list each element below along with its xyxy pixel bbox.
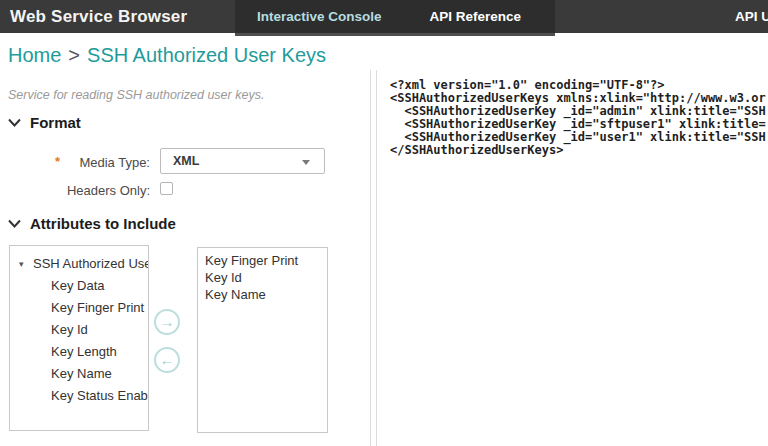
pane-splitter[interactable]: [370, 70, 377, 446]
top-header-bar: Web Service Browser Interactive Console …: [0, 0, 768, 33]
tree-item[interactable]: Key Data: [10, 275, 148, 297]
list-item[interactable]: Key Finger Print: [205, 252, 327, 269]
chevron-down-icon: [8, 118, 21, 127]
xml-response-output: <?xml version="1.0" encoding="UTF-8"?> <…: [378, 70, 768, 157]
header-right-link-clip: API Use: [735, 0, 768, 33]
breadcrumb-home-link[interactable]: Home: [8, 44, 61, 66]
move-right-button[interactable]: →: [154, 309, 180, 335]
attributes-section-title: Attributes to Include: [30, 215, 176, 232]
tree-item[interactable]: Key Status Enab: [10, 385, 148, 407]
list-item[interactable]: Key Name: [205, 286, 327, 303]
web-service-browser-window: Web Service Browser Interactive Console …: [0, 0, 768, 446]
tab-api-reference[interactable]: API Reference: [406, 0, 546, 33]
response-pane: <?xml version="1.0" encoding="UTF-8"?> <…: [378, 70, 768, 446]
breadcrumb: Home>SSH Authorized User Keys: [8, 44, 326, 67]
tab-interactive-console[interactable]: Interactive Console: [235, 0, 406, 33]
media-type-select[interactable]: XML: [160, 148, 325, 174]
tree-item[interactable]: Key Id: [10, 319, 148, 341]
disclosure-triangle-icon: ▾: [19, 253, 24, 275]
media-type-label: Media Type:: [0, 155, 150, 170]
format-section-title: Format: [30, 114, 81, 131]
tree-item[interactable]: Key Finger Print: [10, 297, 148, 319]
move-left-button[interactable]: ←: [154, 347, 180, 373]
list-item[interactable]: Key Id: [205, 269, 327, 286]
headers-only-checkbox[interactable]: [160, 182, 173, 195]
headers-only-label: Headers Only:: [0, 183, 150, 198]
format-section-header[interactable]: Format: [8, 114, 81, 131]
tree-item[interactable]: Key Name: [10, 363, 148, 385]
api-use-link[interactable]: API Use: [735, 9, 768, 24]
tree-item[interactable]: Key Length: [10, 341, 148, 363]
media-type-selected-value: XML: [173, 154, 199, 168]
xml-line: </SSHAuthorizedUserKeys>: [390, 144, 768, 157]
service-config-pane: Service for reading SSH authorized user …: [0, 70, 370, 446]
available-attributes-tree: ▾ SSH Authorized Use Key Data Key Finger…: [9, 245, 149, 431]
header-tabstrip: Interactive Console API Reference: [235, 0, 555, 36]
app-title: Web Service Browser: [10, 0, 187, 33]
dropdown-caret-icon: [302, 160, 310, 165]
service-description: Service for reading SSH authorized user …: [8, 88, 264, 102]
attributes-section-header[interactable]: Attributes to Include: [8, 215, 176, 232]
tree-root-item[interactable]: ▾ SSH Authorized Use: [10, 253, 148, 275]
breadcrumb-separator: >: [61, 44, 87, 66]
selected-attributes-list: Key Finger Print Key Id Key Name: [197, 247, 328, 433]
tree-root-label: SSH Authorized Use: [33, 256, 149, 271]
chevron-down-icon: [8, 219, 21, 228]
page-title: SSH Authorized User Keys: [87, 44, 326, 66]
